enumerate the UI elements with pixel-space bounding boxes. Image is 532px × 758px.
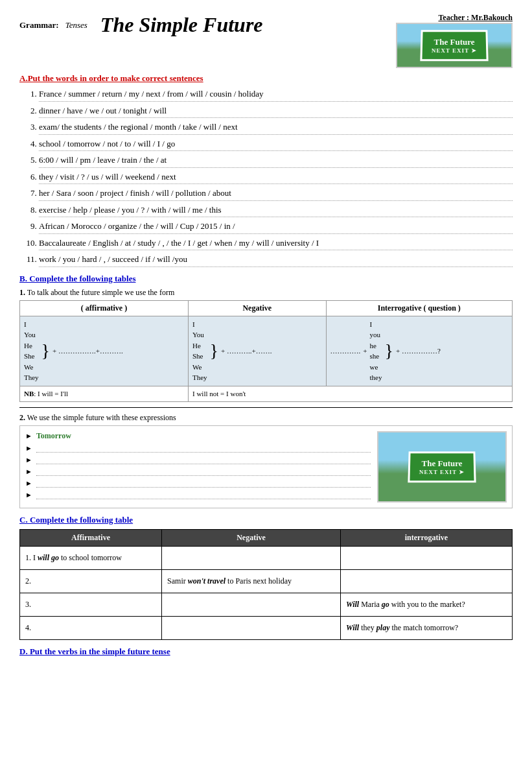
exercise-text: exercise / help / please / you / ? / wit…	[39, 205, 222, 215]
row3-col3: Will Maria go with you to the market?	[340, 593, 512, 616]
answer-line	[39, 184, 513, 184]
negative-cell: I You He She We They } + ………..+…….	[189, 316, 327, 386]
future-image-2: The Future NEXT EXIT ➤	[377, 431, 507, 503]
table-row: 4. Will they play the match tomorrow?	[20, 616, 513, 639]
exercise-text: exam/ the students / the regional / mont…	[39, 122, 238, 132]
list-item: France / summer / return / my / next / f…	[39, 88, 513, 102]
interr-formula: + ……………?	[396, 347, 441, 355]
answer-line	[39, 117, 513, 118]
expressions-box: ► Tomorrow ► ► ► ► ► The Future NEXT EXI…	[19, 425, 513, 508]
expr-item-1: ► Tomorrow	[25, 431, 371, 441]
negative-formula: + ………..+…….	[221, 347, 272, 355]
list-item: dinner / have / we / out / tonight / wil…	[39, 104, 513, 119]
expr-item-4: ►	[25, 467, 371, 476]
table-row: 2. Samir won't travel to Paris next holi…	[20, 569, 513, 593]
header-right: Teacher : Mr.Bakouch The Future NEXT EXI…	[396, 13, 513, 68]
exercise-text: 6:00 / will / pm / leave / train / the /…	[39, 155, 167, 165]
expr-item-6: ►	[25, 490, 371, 499]
row4-col1: 4.	[20, 616, 162, 639]
expr-item-5: ►	[25, 479, 371, 488]
grammar-info: Grammar: Tenses The Simple Future	[19, 13, 263, 41]
arrow-icon: ►	[25, 479, 32, 487]
expressions-list: ► Tomorrow ► ► ► ► ►	[25, 431, 371, 503]
list-item: African / Morocco / organize / the / wil…	[39, 220, 513, 234]
arrow-icon: ►	[25, 456, 32, 464]
row4-col2	[162, 616, 341, 639]
expr-blank	[36, 490, 371, 499]
exercise-text: Baccalaureate / English / at / study / ,…	[39, 238, 319, 248]
nb2: I will not = I won't	[192, 390, 246, 397]
grammar-label: Grammar:	[19, 20, 59, 30]
nb1: NB: I will = I'll	[24, 390, 68, 397]
answer-line	[39, 150, 513, 151]
row1-col3	[340, 546, 512, 569]
row1-col1: 1. I will go to school tomorrow	[20, 546, 162, 569]
road-sign-2: The Future NEXT EXIT ➤	[408, 451, 476, 482]
exercise-text: African / Morocco / organize / the / wil…	[39, 221, 235, 231]
table-row: 1. I will go to school tomorrow	[20, 546, 513, 569]
table-row: 3. Will Maria go with you to the market?	[20, 593, 513, 616]
col-interrogative-header: interrogative	[340, 529, 512, 546]
arrow-icon: ►	[25, 468, 32, 475]
expr-blank	[36, 455, 371, 464]
sign-text: The Future	[432, 37, 477, 47]
main-title: The Simple Future	[100, 13, 263, 37]
list-item: exercise / help / please / you / ? / wit…	[39, 204, 513, 218]
col2-header: Negative	[189, 300, 327, 316]
affirmative-cell: I You He She We They } + …………….+……….	[20, 316, 189, 386]
answer-line	[39, 134, 513, 135]
row2-col2: Samir won't travel to Paris next holiday	[162, 569, 341, 593]
answer-line	[39, 266, 513, 267]
answer-line	[39, 217, 513, 217]
col3-header: Interrogative ( question )	[326, 300, 512, 316]
exercise-text: work / you / hard / , / succeed / if / w…	[39, 254, 187, 264]
interrogative-pronouns: I you he she we they	[370, 319, 382, 383]
answer-line	[39, 167, 513, 168]
list-item: her / Sara / soon / project / finish / w…	[39, 187, 513, 201]
col-affirmative-header: Affirmative	[20, 529, 162, 546]
list-item: they / visit / ? / us / will / weekend /…	[39, 171, 513, 185]
sign-text-2: The Future	[419, 458, 465, 469]
arrow-icon: ►	[25, 491, 32, 499]
header-image: The Future NEXT EXIT ➤	[396, 23, 513, 68]
arrow-icon: ►	[25, 444, 32, 452]
exercise-text: they / visit / ? / us / will / weekend /…	[39, 172, 176, 182]
exercise-list: France / summer / return / my / next / f…	[19, 88, 513, 267]
nb1-cell: NB: I will = I'll	[20, 386, 189, 401]
divider	[19, 407, 513, 408]
nb2-cell: I will not = I won't	[189, 386, 513, 401]
header: Grammar: Tenses The Simple Future Teache…	[19, 13, 513, 68]
affirmative-formula: + …………….+……….	[52, 347, 123, 355]
exercise-text: her / Sara / soon / project / finish / w…	[39, 188, 231, 198]
expr-item-2: ►	[25, 444, 371, 453]
expr-blank	[36, 444, 371, 453]
list-item: Baccalaureate / English / at / study / ,…	[39, 237, 513, 251]
arrow-icon: ►	[25, 432, 32, 440]
row1-col2	[162, 546, 341, 569]
sign-subtext: NEXT EXIT ➤	[432, 47, 478, 54]
table2-label: 2. We use the simple future with these e…	[19, 413, 513, 423]
complete-table: Affirmative Negative interrogative 1. I …	[19, 529, 513, 640]
expr-tomorrow: Tomorrow	[36, 431, 71, 441]
row3-col2	[162, 593, 341, 616]
table1-label: 1. To talk about the future simple we us…	[19, 288, 513, 298]
interrogative-cell: …………. + I you he she we they } + ……………?	[326, 316, 512, 386]
row4-col3: Will they play the match tomorrow?	[340, 616, 512, 639]
list-item: work / you / hard / , / succeed / if / w…	[39, 253, 513, 267]
list-item: school / tomorrow / not / to / will / I …	[39, 137, 513, 152]
answer-line	[39, 101, 513, 102]
col-negative-header: Negative	[162, 529, 341, 546]
expr-blank	[36, 479, 371, 488]
expr-blank	[36, 467, 371, 476]
negative-pronouns: I You He She We They	[192, 319, 207, 383]
affirmative-pronouns: I You He She We They	[24, 319, 39, 383]
row2-col3	[340, 569, 512, 593]
answer-line	[39, 200, 513, 201]
road-sign: The Future NEXT EXIT ➤	[420, 30, 489, 61]
interr-dotted: ………….	[330, 347, 361, 355]
answer-line	[39, 250, 513, 250]
row2-col1: 2.	[20, 569, 162, 593]
section-a-title: A.Put the words in order to make correct…	[19, 73, 513, 84]
section-c-title: C. Complete the following table	[19, 515, 513, 525]
exercise-text: France / summer / return / my / next / f…	[39, 89, 264, 99]
